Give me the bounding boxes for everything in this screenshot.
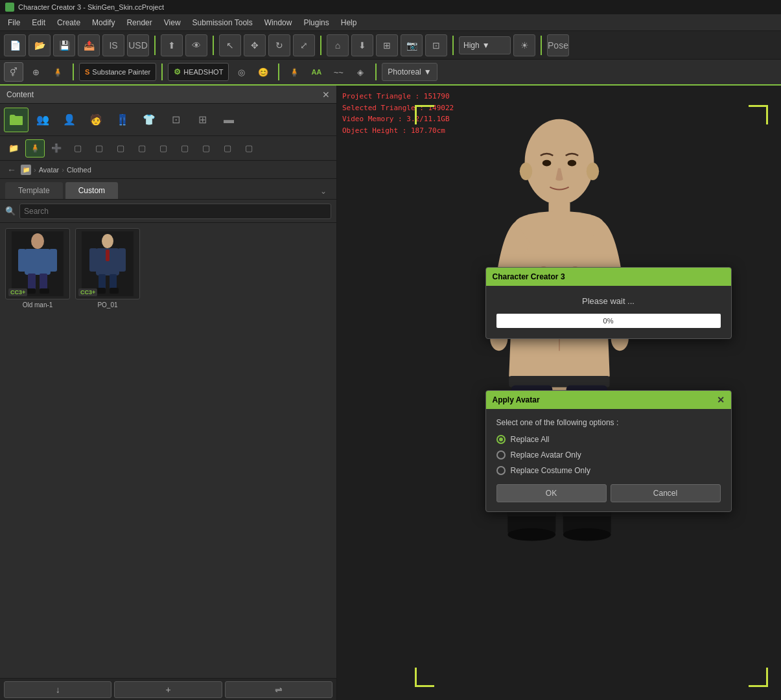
svg-point-23 <box>567 160 576 167</box>
rotate-btn[interactable]: ↻ <box>268 34 290 56</box>
empty3-sub-btn[interactable]: ▢ <box>111 139 130 158</box>
export-btn[interactable]: 📤 <box>78 34 100 56</box>
empty4-sub-btn[interactable]: ▢ <box>132 139 152 158</box>
quality-dropdown[interactable]: High ▼ <box>459 36 511 54</box>
radio-replace-all-circle[interactable] <box>496 435 506 444</box>
photoreal-btn[interactable]: Photoreal ▼ <box>382 63 437 81</box>
back-btn[interactable]: ← <box>5 163 18 176</box>
avatar-gender-btn[interactable]: ⚥ <box>4 62 23 82</box>
home-btn[interactable]: ⌂ <box>327 34 349 56</box>
folder-sub-btn[interactable]: 📁 <box>4 139 23 158</box>
menu-render[interactable]: Render <box>121 16 157 29</box>
save-btn[interactable]: 💾 <box>53 34 75 56</box>
headshot-btn[interactable]: ⚙ HEADSHOT <box>168 63 229 81</box>
apply-avatar-dialog[interactable]: Apply Avatar ✕ Select one of the followi… <box>485 390 732 512</box>
sub-toolbar: ⚥ ⊕ 🧍 S Substance Painter ⚙ HEADSHOT ◎ 😊… <box>0 60 781 86</box>
left-panel: Content ✕ 👥 👤 🧑 👖 👕 ⊡ ⊞ ▬ 📁 🧍 ➕ ▢ <box>0 86 337 700</box>
avatar-icon-btn[interactable]: 🧍 <box>285 62 304 82</box>
open-btn[interactable]: 📂 <box>29 34 51 56</box>
head-icon-btn[interactable]: 👤 <box>57 108 82 132</box>
headshot-extra-btn1[interactable]: ◎ <box>231 62 251 82</box>
avatar-pose-btn[interactable]: 🧍 <box>48 62 67 82</box>
folder-icon-btn[interactable] <box>4 108 29 132</box>
tab-custom[interactable]: Custom <box>65 182 118 199</box>
radio-replace-avatar[interactable]: Replace Avatar Only <box>496 450 721 460</box>
add-sub-btn[interactable]: ➕ <box>47 139 66 158</box>
tab-dropdown-btn[interactable]: ⌄ <box>316 183 331 199</box>
radio-replace-avatar-circle[interactable] <box>496 450 506 460</box>
menu-submission[interactable]: Submission Tools <box>187 16 258 29</box>
usd-btn[interactable]: USD <box>127 34 149 56</box>
menu-help[interactable]: Help <box>336 16 362 29</box>
substance-painter-btn[interactable]: S Substance Painter <box>79 63 156 81</box>
person-sub-btn[interactable]: 🧍 <box>25 139 45 158</box>
pose-btn[interactable]: Pose <box>547 34 569 56</box>
radio-replace-costume-circle[interactable] <box>496 466 506 475</box>
thumb-svg-2 <box>82 231 134 296</box>
tab-template[interactable]: Template <box>5 182 63 199</box>
export2-btn[interactable]: ⬆ <box>161 34 183 56</box>
menu-edit[interactable]: Edit <box>27 16 51 29</box>
svg-point-1 <box>31 233 44 249</box>
item-thumb-1[interactable]: CC3+ <box>5 228 70 299</box>
new-btn[interactable]: 📄 <box>4 34 26 56</box>
grid-icon-btn[interactable]: ⊞ <box>190 108 215 132</box>
import-btn[interactable]: ⇌ <box>225 681 332 698</box>
menu-view[interactable]: View <box>159 16 186 29</box>
shirt-icon-btn[interactable]: 👕 <box>137 108 161 132</box>
import-btn[interactable]: IS <box>102 34 124 56</box>
cancel-btn[interactable]: Cancel <box>611 484 721 502</box>
content-close-btn[interactable]: ✕ <box>322 89 330 100</box>
menu-plugins[interactable]: Plugins <box>298 16 334 29</box>
list-item[interactable]: CC3+ PO_01 <box>75 228 140 309</box>
view-btn[interactable]: ⊡ <box>425 34 447 56</box>
wide-icon-btn[interactable]: ▬ <box>216 108 241 132</box>
empty5-sub-btn[interactable]: ▢ <box>154 139 173 158</box>
menu-create[interactable]: Create <box>52 16 86 29</box>
body-icon-btn[interactable]: 🧑 <box>84 108 108 132</box>
scale-btn[interactable]: ⤢ <box>293 34 315 56</box>
menu-modify[interactable]: Modify <box>87 16 120 29</box>
headshot-extra-btn2[interactable]: 😊 <box>253 62 273 82</box>
cloth-btn[interactable]: ◈ <box>351 62 370 82</box>
wait-dialog-header: Character Creator 3 <box>486 268 731 286</box>
reset-btn[interactable]: ⬇ <box>351 34 373 56</box>
item-thumb-2[interactable]: CC3+ <box>75 228 140 299</box>
empty9-sub-btn[interactable]: ▢ <box>239 139 259 158</box>
preview-btn[interactable]: 👁 <box>185 34 207 56</box>
move-btn[interactable]: ✥ <box>244 34 266 56</box>
empty8-sub-btn[interactable]: ▢ <box>218 139 237 158</box>
wait-dialog[interactable]: Character Creator 3 Please wait ... 0% <box>485 267 732 339</box>
apply-dialog-body: Select one of the following options : Re… <box>486 409 731 511</box>
camera-btn[interactable]: 📷 <box>401 34 423 56</box>
frame-btn[interactable]: ⊞ <box>376 34 398 56</box>
avatar-mesh-btn[interactable]: ⊕ <box>26 62 45 82</box>
search-input[interactable] <box>19 204 331 219</box>
list-item[interactable]: CC3+ Old man-1 <box>5 228 70 309</box>
menu-window[interactable]: Window <box>259 16 297 29</box>
download-btn[interactable]: ↓ <box>4 681 111 698</box>
empty7-sub-btn[interactable]: ▢ <box>196 139 216 158</box>
breadcrumb-avatar[interactable]: Avatar <box>39 166 60 174</box>
square-icon-btn[interactable]: ⊡ <box>163 108 188 132</box>
empty6-sub-btn[interactable]: ▢ <box>175 139 194 158</box>
aa-btn[interactable]: AA <box>307 62 326 82</box>
add-btn[interactable]: + <box>114 681 222 698</box>
progress-wrapper: 0% <box>496 314 721 328</box>
apply-dialog-close-btn[interactable]: ✕ <box>717 395 725 405</box>
sun-btn[interactable]: ☀ <box>513 34 535 56</box>
radio-replace-all[interactable]: Replace All <box>496 435 721 444</box>
ok-btn[interactable]: OK <box>496 484 607 502</box>
hair-btn[interactable]: ~~ <box>329 62 348 82</box>
empty1-sub-btn[interactable]: ▢ <box>68 139 87 158</box>
empty2-sub-btn[interactable]: ▢ <box>89 139 109 158</box>
breadcrumb-clothed[interactable]: Clothed <box>67 166 91 174</box>
svg-rect-35 <box>563 511 611 517</box>
viewport[interactable]: Project Triangle : 151790 Selected Trian… <box>337 86 781 700</box>
pants-icon-btn[interactable]: 👖 <box>110 108 135 132</box>
menu-file[interactable]: File <box>3 16 25 29</box>
separator-2 <box>213 36 214 55</box>
people-icon-btn[interactable]: 👥 <box>30 108 55 132</box>
radio-replace-costume[interactable]: Replace Costume Only <box>496 466 721 475</box>
select-btn[interactable]: ↖ <box>219 34 241 56</box>
